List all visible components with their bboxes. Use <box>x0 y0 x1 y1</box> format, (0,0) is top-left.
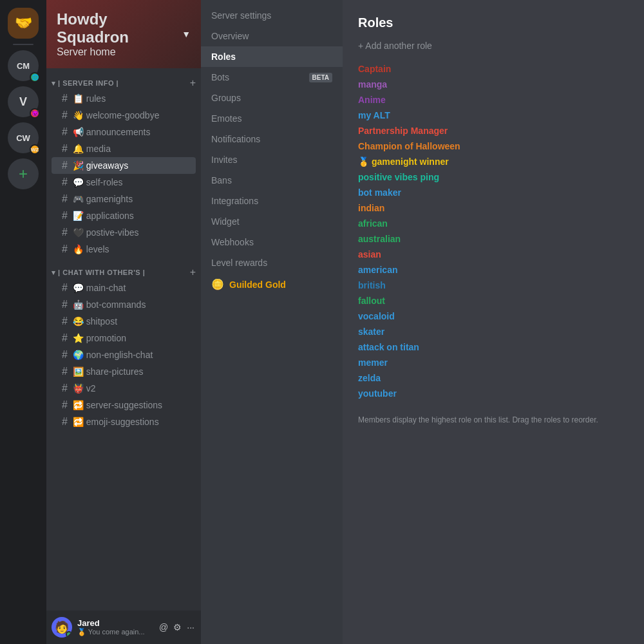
settings-invites[interactable]: Invites <box>201 149 343 170</box>
hash-icon: # <box>62 109 68 121</box>
hash-icon: # <box>62 316 68 327</box>
role-gamenight-winner[interactable]: 🥇 gamenight winner <box>358 154 629 169</box>
settings-icon[interactable]: ⚙ <box>172 621 183 634</box>
hash-icon: # <box>62 176 68 188</box>
hash-icon: # <box>62 416 68 428</box>
server-icon-v[interactable]: V 😈 <box>8 86 39 117</box>
settings-groups[interactable]: Groups <box>201 88 343 108</box>
channel-gamenights[interactable]: #🎮 gamenights <box>52 191 196 207</box>
user-name: Jared <box>77 618 153 628</box>
channels-list: ▾ | Server Info | + #📋 rules #👋 welcome-… <box>46 68 201 611</box>
hash-icon: # <box>62 349 68 361</box>
roles-footer: Members display the highest role on this… <box>358 414 629 426</box>
badge-cw: WZ <box>30 144 40 155</box>
settings-bots[interactable]: Bots BETA <box>201 67 343 88</box>
avatar: 🧑 <box>52 617 72 638</box>
channel-promotion[interactable]: #⭐ promotion <box>52 330 196 346</box>
guilded-gold-item[interactable]: 🪙 Guilded Gold <box>201 273 343 296</box>
guilded-gold-icon: 🪙 <box>211 278 224 290</box>
role-anime[interactable]: Anime <box>358 92 629 108</box>
role-my-alt[interactable]: my ALT <box>358 108 629 123</box>
server-icon-cw[interactable]: CW WZ <box>8 122 39 153</box>
hash-icon: # <box>62 383 68 394</box>
hash-icon: # <box>62 243 68 255</box>
hash-icon: # <box>62 160 68 171</box>
category-add-server-info[interactable]: + <box>190 77 196 89</box>
hash-icon: # <box>62 210 68 222</box>
settings-notifications[interactable]: Notifications <box>201 129 343 149</box>
hash-icon: # <box>62 399 68 411</box>
role-positive-vibes-ping[interactable]: positive vibes ping <box>358 169 629 185</box>
server-header-info: Howdy Squadron Server home <box>57 10 182 58</box>
role-vocaloid[interactable]: vocaloid <box>358 308 629 324</box>
channel-postive-vibes[interactable]: #🖤 postive-vibes <box>52 224 196 241</box>
role-youtuber[interactable]: youtuber <box>358 386 629 401</box>
settings-emotes[interactable]: Emotes <box>201 108 343 129</box>
channel-welcome-goodbye[interactable]: #👋 welcome-goodbye <box>52 107 196 124</box>
badge-cm: 🌐 <box>30 72 40 82</box>
role-indian[interactable]: indian <box>358 200 629 216</box>
channel-applications[interactable]: #📝 applications <box>52 207 196 224</box>
user-status: 🏅 You come again... <box>77 628 153 636</box>
role-bot-maker[interactable]: bot maker <box>358 185 629 200</box>
role-manga[interactable]: manga <box>358 77 629 92</box>
category-label-chat: ▾ | Chat With other's | <box>52 269 145 277</box>
more-icon[interactable]: ··· <box>185 621 196 634</box>
channel-bot-commands[interactable]: #🤖 bot-commands <box>52 296 196 313</box>
server-icon-cm[interactable]: CM 🌐 <box>8 50 39 81</box>
settings-widget[interactable]: Widget <box>201 211 343 232</box>
badge-v: 😈 <box>30 108 40 118</box>
server-icon-howdy[interactable]: 🤝 <box>8 8 39 39</box>
role-australian[interactable]: australian <box>358 231 629 247</box>
add-role-button[interactable]: + Add another role <box>358 41 629 51</box>
settings-level-rewards[interactable]: Level rewards <box>201 252 343 273</box>
channel-v2[interactable]: #👹 v2 <box>52 380 196 397</box>
settings-overview[interactable]: Overview <box>201 26 343 46</box>
channel-shitpost[interactable]: #😂 shitpost <box>52 313 196 330</box>
role-african[interactable]: african <box>358 216 629 231</box>
role-champion-of-halloween[interactable]: Champion of Halloween <box>358 138 629 154</box>
role-fallout[interactable]: fallout <box>358 293 629 308</box>
settings-integrations[interactable]: Integrations <box>201 191 343 211</box>
category-add-chat[interactable]: + <box>190 267 196 278</box>
add-server-button[interactable]: + <box>8 158 39 189</box>
settings-bans[interactable]: Bans <box>201 170 343 191</box>
channel-self-roles[interactable]: #💬 self-roles <box>52 174 196 191</box>
roles-list: Captain manga Anime my ALT Partnership M… <box>358 61 629 401</box>
hash-icon: # <box>62 366 68 377</box>
channel-share-pictures[interactable]: #🖼️ share-pictures <box>52 363 196 380</box>
role-partnership-manager[interactable]: Partnership Manager <box>358 123 629 138</box>
role-american[interactable]: american <box>358 262 629 278</box>
at-icon[interactable]: @ <box>158 621 169 634</box>
role-asian[interactable]: asian <box>358 247 629 262</box>
channel-rules[interactable]: #📋 rules <box>52 90 196 107</box>
role-skater[interactable]: skater <box>358 324 629 339</box>
channel-media[interactable]: #🔔 media <box>52 140 196 157</box>
settings-roles[interactable]: Roles <box>201 46 343 67</box>
channel-non-english-chat[interactable]: #🌍 non-english-chat <box>52 346 196 363</box>
role-zelda[interactable]: zelda <box>358 370 629 386</box>
role-british[interactable]: british <box>358 278 629 293</box>
server-header[interactable]: Howdy Squadron Server home ▼ <box>46 0 201 68</box>
guilded-gold-label: Guilded Gold <box>229 279 286 290</box>
channel-announcements[interactable]: #📢 announcements <box>52 124 196 140</box>
roles-title: Roles <box>358 15 629 30</box>
hash-icon: # <box>62 143 68 155</box>
channel-emoji-suggestions[interactable]: #🔁 emoji-suggestions <box>52 413 196 430</box>
chevron-down-icon: ▼ <box>182 29 191 39</box>
role-attack-on-titan[interactable]: attack on titan <box>358 339 629 355</box>
hash-icon: # <box>62 299 68 310</box>
role-memer[interactable]: memer <box>358 355 629 370</box>
server-name: Howdy Squadron <box>57 10 182 46</box>
hash-icon: # <box>62 227 68 238</box>
channel-main-chat[interactable]: #💬 main-chat <box>52 279 196 296</box>
role-captain[interactable]: Captain <box>358 61 629 77</box>
channel-giveaways[interactable]: #🎉 giveaways <box>52 157 196 174</box>
settings-panel: Server settings Overview Roles Bots BETA… <box>201 0 343 644</box>
channel-levels[interactable]: #🔥 levels <box>52 241 196 258</box>
channel-server-suggestions[interactable]: #🔁 server-suggestions <box>52 397 196 413</box>
settings-webhooks[interactable]: Webhooks <box>201 232 343 252</box>
settings-server-settings[interactable]: Server settings <box>201 5 343 26</box>
category-server-info[interactable]: ▾ | Server Info | + <box>46 73 201 90</box>
category-chat-with-others[interactable]: ▾ | Chat With other's | + <box>46 263 201 279</box>
